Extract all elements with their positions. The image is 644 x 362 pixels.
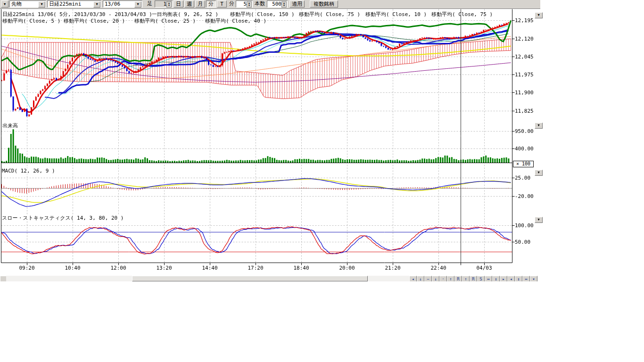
- symbol-select-value: 日経225mini: [49, 1, 81, 7]
- bar-count-label: 本数: [255, 0, 265, 8]
- time-axis-label: 22:40: [430, 265, 446, 271]
- chart-plot-area[interactable]: [0, 8, 544, 275]
- chart-tool-button[interactable]: ·: [439, 276, 447, 281]
- chart-tool-button[interactable]: ◂: [507, 276, 515, 281]
- timeframe-day-button[interactable]: 日: [173, 0, 183, 8]
- time-axis-label: 21:20: [385, 265, 400, 271]
- minute-stepper[interactable]: 5 ▲▼: [236, 0, 253, 8]
- time-axis-label: 12:00: [110, 265, 126, 271]
- stoch-axis-label: 50.00: [515, 239, 530, 245]
- macd-pane-label: MACD( 12, 26, 9 ): [2, 168, 55, 174]
- time-axis-label: 10:40: [65, 265, 80, 271]
- contract-select[interactable]: 13/06 ▼: [103, 0, 142, 8]
- macd-axis-label: 25.00: [515, 175, 530, 181]
- price-axis-label: 11,900: [515, 90, 534, 96]
- volume-multiplier-box: × 100: [513, 161, 534, 167]
- bar-interval-stepper[interactable]: 1 ▲▼: [155, 0, 173, 8]
- indicator-label: 移動平均( Close, 10 ): [365, 12, 427, 17]
- chart-tool-button[interactable]: ▾: [530, 276, 537, 281]
- chart-tool-button[interactable]: ↑: [462, 276, 470, 281]
- price-axis-label: 12,120: [515, 36, 534, 42]
- time-axis-label: 09:20: [19, 265, 34, 271]
- contract-select-value: 13/06: [105, 1, 120, 7]
- toolbar-corner-dropdown-icon[interactable]: ▼: [1, 0, 8, 8]
- timeframe-week-button[interactable]: 週: [184, 0, 194, 8]
- chart-window: ▼ 先物 ▼ 日経225mini ▼ 13/06 ▼ 足 1 ▲▼ 日 週 月 …: [0, 0, 544, 281]
- indicator-label: 日経225mini 13/06( 5分, 2013/03/30 - 2013/0…: [2, 12, 152, 17]
- price-axis-label: 12,195: [515, 17, 534, 24]
- timeframe-tick-button[interactable]: T: [217, 0, 227, 8]
- chart-tool-button[interactable]: ◂: [409, 276, 417, 281]
- chart-tool-button[interactable]: ↓: [417, 276, 424, 281]
- indicator-label: 移動平均( Close, 150 ): [230, 12, 295, 17]
- time-axis-label: 18:40: [293, 265, 309, 271]
- indicator-label: 移動平均( Close, 20 ): [64, 18, 125, 24]
- price-axis-label: 11,975: [515, 72, 534, 78]
- chart-tool-button[interactable]: ↕: [492, 276, 500, 281]
- bar-interval-value: 1: [163, 1, 166, 7]
- chart-tool-button[interactable]: ↔: [522, 276, 530, 281]
- volume-pane-menu-button[interactable]: ▼: [535, 123, 543, 129]
- bottom-scroll-row: ◂↓−↓·↑R↑RS↔↕▸◂↕↔▾: [0, 276, 544, 281]
- macd-pane-menu-button[interactable]: ▼: [535, 170, 543, 176]
- indicator-label: 移動平均( Close, 25 ): [134, 18, 196, 24]
- indicator-label: 移動平均( Close, 40 ): [205, 18, 266, 24]
- timeframe-minute-button[interactable]: 分: [206, 0, 216, 8]
- price-pane-menu-button[interactable]: ▼: [535, 12, 543, 18]
- scrollbar-thumb[interactable]: [132, 276, 368, 281]
- chart-tool-button[interactable]: ↔: [485, 276, 492, 281]
- stoch-axis-label: 100.00: [515, 222, 534, 229]
- stochastics-pane-label: スロー・ストキャスティクス( 14, 3, 80, 20 ): [2, 215, 124, 221]
- chart-tool-button[interactable]: S: [477, 276, 485, 281]
- indicator-label: 移動平均( Close, 5 ): [2, 18, 60, 24]
- minute-label: 分: [229, 0, 234, 8]
- timeframe-month-button[interactable]: 月: [195, 0, 205, 8]
- indicator-label: 移動平均( Close, 75 ): [431, 12, 493, 17]
- minute-value: 5: [243, 1, 247, 7]
- price-axis-label: 11,825: [515, 108, 534, 114]
- macd-axis-label: -20.00: [515, 193, 534, 199]
- chevron-down-icon[interactable]: ▼: [93, 1, 100, 8]
- multi-symbol-button[interactable]: 複数銘柄: [310, 0, 338, 8]
- spinner-icon[interactable]: ▲▼: [281, 1, 287, 8]
- chart-tool-button[interactable]: R: [454, 276, 462, 281]
- toolbar: ▼ 先物 ▼ 日経225mini ▼ 13/06 ▼ 足 1 ▲▼ 日 週 月 …: [0, 0, 540, 9]
- apply-button[interactable]: 適用: [289, 0, 305, 8]
- chart-tool-button[interactable]: ▸: [500, 276, 507, 281]
- volume-pane-label: 出来高: [2, 123, 18, 129]
- time-axis-label: 20:00: [339, 265, 355, 271]
- time-axis-label: 04/03: [476, 265, 492, 271]
- chevron-down-icon[interactable]: ▼: [38, 1, 45, 8]
- bar-count-value: 500: [272, 1, 281, 7]
- spinner-icon[interactable]: ▲▼: [166, 1, 172, 8]
- volume-axis-label: 400.00: [515, 146, 534, 152]
- chart-tool-button[interactable]: R: [470, 276, 477, 281]
- spinner-icon[interactable]: ▲▼: [247, 1, 252, 8]
- price-axis-label: 12,045: [515, 54, 534, 60]
- symbol-select[interactable]: 日経225mini ▼: [47, 0, 101, 8]
- chart-tool-button[interactable]: ↕: [515, 276, 522, 281]
- volume-axis-label: 950.00: [515, 128, 534, 134]
- chevron-down-icon[interactable]: ▼: [134, 1, 141, 8]
- stoch-pane-menu-button[interactable]: ▼: [535, 217, 543, 223]
- indicator-label: 移動平均( Close, 75 ): [299, 12, 360, 17]
- chart-tool-button[interactable]: ↑: [447, 276, 454, 281]
- bar-type-label: 足: [147, 0, 152, 8]
- chart-tool-button[interactable]: −: [424, 276, 432, 281]
- indicator-label: 一目均衡表( 9, 26, 52 ): [152, 12, 218, 17]
- bar-count-stepper[interactable]: 500 ▲▼: [267, 0, 288, 8]
- time-axis-label: 13:20: [156, 265, 172, 271]
- market-select-value: 先物: [11, 1, 22, 7]
- chart-tool-button[interactable]: ↓: [432, 276, 439, 281]
- market-select[interactable]: 先物 ▼: [9, 0, 46, 8]
- time-axis-label: 17:20: [248, 265, 263, 271]
- time-axis-label: 14:40: [202, 265, 217, 271]
